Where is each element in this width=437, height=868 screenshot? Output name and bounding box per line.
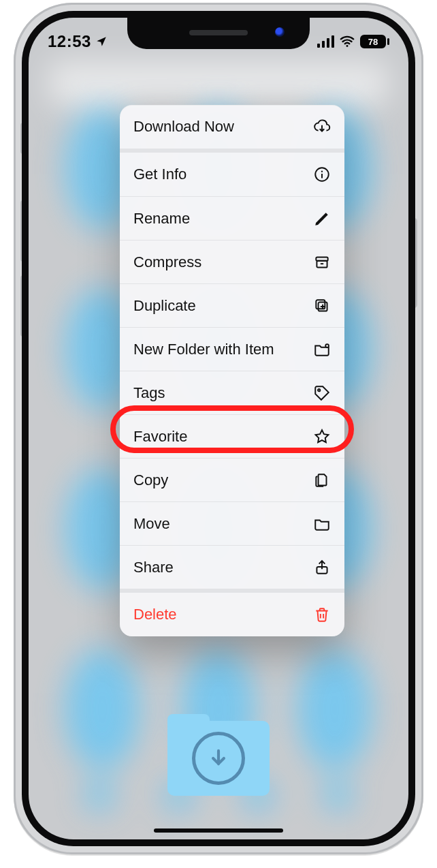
menu-item-label: Move [133,515,170,533]
menu-item-label: Delete [133,606,177,623]
menu-item-label: Tags [133,384,165,402]
cell-signal-icon [317,35,334,48]
file-context-menu: Download Now Get Info [120,105,344,636]
svg-point-8 [318,389,320,391]
archive-icon [313,253,331,271]
menu-item-download-now[interactable]: Download Now [120,105,344,149]
canvas: { "status": { "time": "12:53", "battery_… [0,0,437,868]
svg-point-0 [346,45,349,47]
battery-percent: 78 [360,35,386,48]
download-arrow-icon [192,732,245,785]
menu-item-label: Duplicate [133,297,196,315]
new-folder-icon [313,341,331,358]
selected-folder[interactable] [167,711,270,797]
status-bar: 12:53 78 [29,27,408,56]
menu-item-get-info[interactable]: Get Info [120,153,344,196]
tag-icon [313,384,331,402]
menu-item-duplicate[interactable]: Duplicate [120,283,344,327]
folder-icon [313,515,331,533]
menu-item-label: New Folder with Item [133,341,274,358]
menu-item-share[interactable]: Share [120,545,344,589]
star-icon [313,428,331,446]
menu-item-rename[interactable]: Rename [120,196,344,240]
phone-frame: 12:53 78 [14,3,423,854]
menu-item-compress[interactable]: Compress [120,240,344,283]
status-right: 78 [317,34,389,49]
download-cloud-icon [313,118,331,136]
menu-item-move[interactable]: Move [120,501,344,545]
menu-item-tags[interactable]: Tags [120,371,344,414]
copy-icon [313,471,331,489]
menu-item-label: Compress [133,253,201,271]
menu-group-actions: Get Info Rename Compress [120,153,344,593]
trash-icon [313,606,331,623]
phone-bezel: 12:53 78 [22,11,415,846]
svg-point-2 [321,170,323,172]
menu-item-label: Share [133,559,174,576]
menu-item-copy[interactable]: Copy [120,458,344,501]
pencil-icon [313,210,331,228]
info-icon [313,166,331,183]
menu-item-new-folder-with-item[interactable]: New Folder with Item [120,327,344,371]
location-icon [95,35,108,48]
menu-item-label: Download Now [133,118,234,136]
battery-indicator: 78 [360,35,389,48]
svg-rect-6 [316,300,325,309]
menu-item-label: Get Info [133,166,187,183]
home-indicator[interactable] [154,828,283,833]
menu-item-delete[interactable]: Delete [120,593,344,636]
menu-group-download: Download Now [120,105,344,153]
menu-item-label: Rename [133,210,190,228]
menu-item-favorite[interactable]: Favorite [120,414,344,458]
status-left: 12:53 [48,32,108,51]
menu-item-label: Favorite [133,428,187,446]
menu-item-label: Copy [133,471,168,489]
wifi-icon [340,34,355,49]
status-time: 12:53 [48,32,91,51]
duplicate-icon [313,297,331,315]
menu-group-destructive: Delete [120,593,344,636]
share-icon [313,559,331,576]
screen: 12:53 78 [29,18,408,839]
